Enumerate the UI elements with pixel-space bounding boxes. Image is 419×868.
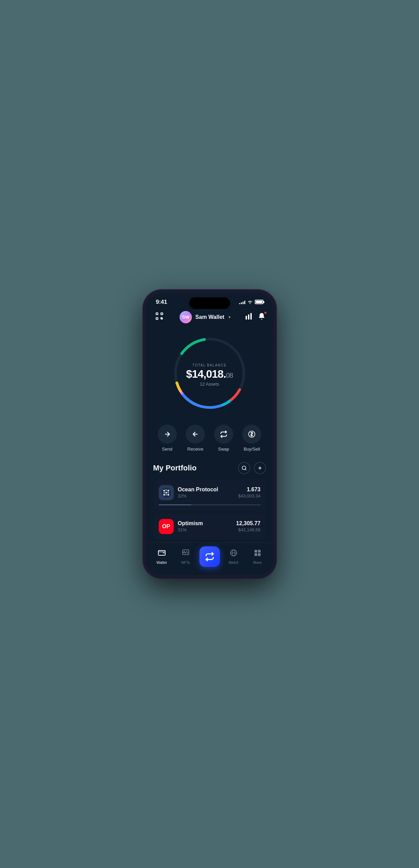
- ocean-amount: 1.673: [238, 487, 260, 493]
- svg-point-27: [165, 492, 167, 493]
- total-balance-label: TOTAL BALANCE: [186, 363, 233, 367]
- dynamic-island: [189, 297, 230, 309]
- svg-rect-41: [254, 553, 257, 556]
- ocean-progress-track: [159, 504, 261, 505]
- signal-bars-icon: [239, 300, 245, 304]
- nav-web3[interactable]: Web3: [222, 549, 246, 565]
- nav-wallet[interactable]: Wallet: [150, 549, 174, 565]
- status-icons: [239, 299, 263, 305]
- svg-rect-5: [248, 314, 249, 320]
- wallet-selector[interactable]: SW Sam Wallet ▾: [180, 311, 231, 323]
- nav-center[interactable]: [198, 546, 222, 567]
- svg-point-0: [249, 303, 250, 304]
- svg-point-25: [167, 490, 169, 491]
- app-header: SW Sam Wallet ▾: [146, 308, 273, 329]
- scan-button[interactable]: [153, 311, 166, 323]
- more-nav-label: More: [253, 560, 262, 565]
- search-button[interactable]: [238, 462, 250, 474]
- receive-button[interactable]: Receive: [186, 425, 205, 452]
- svg-point-33: [163, 553, 164, 553]
- avatar: SW: [180, 311, 192, 323]
- optimism-icon: OP: [159, 519, 174, 534]
- svg-point-28: [168, 492, 169, 493]
- phone-screen: 9:41: [146, 293, 273, 575]
- wallet-nav-icon: [158, 549, 166, 559]
- buysell-button[interactable]: Buy/Sell: [242, 425, 261, 452]
- asset-right-ocean: 1.673 $43,003.34: [238, 487, 260, 498]
- svg-point-23: [163, 490, 165, 491]
- optimism-name: Optimism: [178, 520, 203, 527]
- svg-rect-40: [258, 550, 261, 553]
- optimism-percent: 31%: [178, 527, 203, 532]
- asset-row-ocean: Ocean Protocol 32% 1.673 $43,003.34: [159, 485, 261, 500]
- asset-card-ocean[interactable]: Ocean Protocol 32% 1.673 $43,003.34: [153, 480, 266, 511]
- stats-button[interactable]: [245, 312, 253, 322]
- bottom-navigation: Wallet NFTs: [146, 543, 273, 575]
- ocean-percent: 32%: [178, 493, 218, 498]
- center-action-button[interactable]: [199, 546, 220, 567]
- svg-point-30: [166, 494, 167, 495]
- svg-point-31: [167, 494, 169, 495]
- notifications-button[interactable]: [258, 312, 266, 322]
- receive-icon-circle: [186, 425, 205, 444]
- status-time: 9:41: [156, 299, 167, 306]
- balance-decimal: 08: [226, 372, 233, 379]
- asset-left-ocean: Ocean Protocol 32%: [159, 485, 218, 500]
- portfolio-actions: [238, 462, 266, 474]
- actions-row: Send Receive: [146, 421, 273, 458]
- add-asset-button[interactable]: [254, 462, 266, 474]
- asset-info-optimism: Optimism 31%: [178, 520, 203, 532]
- wallet-nav-label: Wallet: [156, 560, 167, 565]
- send-button[interactable]: Send: [158, 425, 177, 452]
- buysell-icon-circle: [242, 425, 261, 444]
- nav-nfts[interactable]: NFTs: [174, 549, 198, 565]
- asset-right-optimism: 12,305.77 $42,149.56: [236, 520, 260, 532]
- svg-rect-3: [156, 318, 158, 319]
- header-right-actions: [245, 312, 266, 322]
- nav-more[interactable]: More: [246, 549, 270, 565]
- send-icon-circle: [158, 425, 177, 444]
- phone-frame: 9:41: [143, 290, 276, 579]
- web3-nav-label: Web3: [228, 560, 238, 565]
- wifi-icon: [247, 299, 253, 305]
- nfts-nav-icon: [182, 549, 190, 559]
- swap-button[interactable]: Swap: [214, 425, 233, 452]
- battery-icon: [255, 300, 263, 304]
- asset-row-optimism: OP Optimism 31% 12,305.77 $42,149.56: [159, 519, 261, 534]
- web3-nav-icon: [230, 549, 238, 559]
- ocean-value: $43,003.34: [238, 493, 260, 498]
- svg-rect-6: [250, 313, 252, 320]
- send-label: Send: [162, 446, 172, 452]
- svg-point-26: [163, 492, 165, 493]
- svg-rect-4: [246, 316, 247, 320]
- ocean-progress-bar: [159, 504, 191, 505]
- portfolio-section: My Portfolio: [146, 458, 273, 540]
- scan-icon: [155, 312, 164, 322]
- assets-count: 12 Assets: [186, 381, 233, 387]
- notification-dot: [264, 311, 267, 314]
- svg-point-18: [242, 466, 246, 470]
- swap-icon-circle: [214, 425, 233, 444]
- optimism-value: $42,149.56: [236, 527, 260, 532]
- nfts-nav-label: NFTs: [181, 560, 190, 565]
- svg-rect-2: [161, 313, 162, 314]
- svg-rect-1: [156, 313, 158, 314]
- chevron-down-icon: ▾: [228, 315, 231, 320]
- receive-label: Receive: [187, 446, 204, 452]
- portfolio-title: My Portfolio: [153, 464, 197, 472]
- svg-rect-42: [258, 553, 261, 556]
- asset-list: Ocean Protocol 32% 1.673 $43,003.34: [153, 480, 266, 540]
- balance-whole: $14,018.: [186, 368, 226, 380]
- portfolio-header: My Portfolio: [153, 462, 266, 474]
- asset-info-ocean: Ocean Protocol 32%: [178, 487, 218, 498]
- balance-circle-container: TOTAL BALANCE $14,018.08 12 Assets: [146, 329, 273, 421]
- balance-amount: $14,018.08: [186, 368, 233, 379]
- svg-point-24: [166, 489, 167, 491]
- buysell-label: Buy/Sell: [244, 446, 260, 452]
- asset-left-optimism: OP Optimism 31%: [159, 519, 203, 534]
- wallet-name: Sam Wallet: [195, 314, 224, 320]
- ocean-protocol-icon: [159, 485, 174, 500]
- svg-line-19: [245, 469, 246, 470]
- ocean-name: Ocean Protocol: [178, 487, 218, 493]
- asset-card-optimism[interactable]: OP Optimism 31% 12,305.77 $42,149.56: [153, 514, 266, 540]
